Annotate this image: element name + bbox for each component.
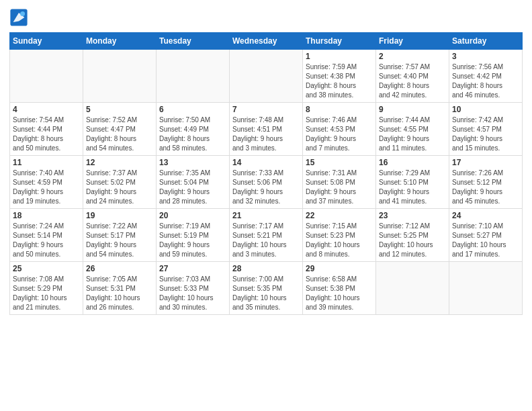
calendar-day-header: Saturday bbox=[449, 33, 523, 50]
day-info: Sunrise: 7:57 AM Sunset: 4:40 PM Dayligh… bbox=[379, 62, 446, 100]
calendar-day-cell: 14Sunrise: 7:33 AM Sunset: 5:06 PM Dayli… bbox=[230, 156, 303, 209]
calendar-day-header: Monday bbox=[83, 33, 157, 50]
day-number: 9 bbox=[379, 105, 446, 114]
day-info: Sunrise: 7:59 AM Sunset: 4:38 PM Dayligh… bbox=[306, 62, 373, 100]
day-number: 14 bbox=[232, 158, 300, 167]
calendar-day-cell: 3Sunrise: 7:56 AM Sunset: 4:42 PM Daylig… bbox=[449, 50, 523, 103]
calendar-day-cell bbox=[376, 262, 449, 315]
calendar-week-row: 11Sunrise: 7:40 AM Sunset: 4:59 PM Dayli… bbox=[10, 156, 523, 209]
day-number: 27 bbox=[159, 264, 226, 273]
calendar-day-cell: 2Sunrise: 7:57 AM Sunset: 4:40 PM Daylig… bbox=[376, 50, 449, 103]
day-number: 22 bbox=[306, 211, 373, 220]
day-number: 18 bbox=[13, 211, 80, 220]
day-number: 6 bbox=[159, 105, 226, 114]
calendar-day-cell: 9Sunrise: 7:44 AM Sunset: 4:55 PM Daylig… bbox=[376, 103, 449, 156]
day-number: 21 bbox=[232, 211, 300, 220]
calendar-day-cell: 8Sunrise: 7:46 AM Sunset: 4:53 PM Daylig… bbox=[303, 103, 376, 156]
calendar-day-cell: 22Sunrise: 7:15 AM Sunset: 5:23 PM Dayli… bbox=[303, 209, 376, 262]
calendar-day-cell bbox=[157, 50, 230, 103]
calendar-day-header: Friday bbox=[376, 33, 449, 50]
day-info: Sunrise: 7:35 AM Sunset: 5:04 PM Dayligh… bbox=[159, 169, 226, 206]
calendar-day-cell: 24Sunrise: 7:10 AM Sunset: 5:27 PM Dayli… bbox=[449, 209, 523, 262]
calendar-day-cell: 4Sunrise: 7:54 AM Sunset: 4:44 PM Daylig… bbox=[10, 103, 83, 156]
calendar-day-cell: 17Sunrise: 7:26 AM Sunset: 5:12 PM Dayli… bbox=[449, 156, 523, 209]
calendar-day-header: Tuesday bbox=[157, 33, 230, 50]
day-number: 17 bbox=[452, 158, 519, 167]
calendar-day-cell: 16Sunrise: 7:29 AM Sunset: 5:10 PM Dayli… bbox=[376, 156, 449, 209]
day-info: Sunrise: 7:24 AM Sunset: 5:14 PM Dayligh… bbox=[13, 222, 80, 259]
day-number: 26 bbox=[86, 264, 153, 273]
day-info: Sunrise: 7:44 AM Sunset: 4:55 PM Dayligh… bbox=[379, 116, 446, 153]
calendar-day-cell: 18Sunrise: 7:24 AM Sunset: 5:14 PM Dayli… bbox=[10, 209, 83, 262]
calendar-day-cell: 25Sunrise: 7:08 AM Sunset: 5:29 PM Dayli… bbox=[10, 262, 83, 315]
calendar-day-cell: 27Sunrise: 7:03 AM Sunset: 5:33 PM Dayli… bbox=[157, 262, 230, 315]
calendar-day-cell bbox=[449, 262, 523, 315]
day-info: Sunrise: 7:08 AM Sunset: 5:29 PM Dayligh… bbox=[13, 275, 80, 312]
calendar-day-cell: 26Sunrise: 7:05 AM Sunset: 5:31 PM Dayli… bbox=[83, 262, 157, 315]
day-info: Sunrise: 7:05 AM Sunset: 5:31 PM Dayligh… bbox=[86, 275, 153, 312]
day-info: Sunrise: 7:56 AM Sunset: 4:42 PM Dayligh… bbox=[452, 62, 519, 100]
day-info: Sunrise: 7:12 AM Sunset: 5:25 PM Dayligh… bbox=[379, 222, 446, 259]
day-info: Sunrise: 7:46 AM Sunset: 4:53 PM Dayligh… bbox=[306, 116, 373, 153]
calendar-day-header: Wednesday bbox=[230, 33, 303, 50]
day-number: 29 bbox=[306, 264, 373, 273]
day-number: 25 bbox=[13, 264, 80, 273]
day-number: 16 bbox=[379, 158, 446, 167]
calendar-day-cell bbox=[230, 50, 303, 103]
day-number: 12 bbox=[86, 158, 153, 167]
calendar-day-cell: 29Sunrise: 6:58 AM Sunset: 5:38 PM Dayli… bbox=[303, 262, 376, 315]
day-number: 24 bbox=[452, 211, 519, 220]
day-info: Sunrise: 6:58 AM Sunset: 5:38 PM Dayligh… bbox=[306, 275, 373, 312]
logo bbox=[9, 8, 31, 27]
calendar-day-cell: 19Sunrise: 7:22 AM Sunset: 5:17 PM Dayli… bbox=[83, 209, 157, 262]
day-info: Sunrise: 7:54 AM Sunset: 4:44 PM Dayligh… bbox=[13, 116, 80, 153]
day-number: 13 bbox=[159, 158, 226, 167]
calendar-day-cell: 15Sunrise: 7:31 AM Sunset: 5:08 PM Dayli… bbox=[303, 156, 376, 209]
day-info: Sunrise: 7:42 AM Sunset: 4:57 PM Dayligh… bbox=[452, 116, 519, 153]
day-info: Sunrise: 7:40 AM Sunset: 4:59 PM Dayligh… bbox=[13, 169, 80, 206]
calendar-day-cell: 7Sunrise: 7:48 AM Sunset: 4:51 PM Daylig… bbox=[230, 103, 303, 156]
day-info: Sunrise: 7:26 AM Sunset: 5:12 PM Dayligh… bbox=[452, 169, 519, 206]
day-info: Sunrise: 7:37 AM Sunset: 5:02 PM Dayligh… bbox=[86, 169, 153, 206]
calendar-day-cell: 11Sunrise: 7:40 AM Sunset: 4:59 PM Dayli… bbox=[10, 156, 83, 209]
day-info: Sunrise: 7:00 AM Sunset: 5:35 PM Dayligh… bbox=[232, 275, 300, 312]
day-info: Sunrise: 7:33 AM Sunset: 5:06 PM Dayligh… bbox=[232, 169, 300, 206]
day-info: Sunrise: 7:52 AM Sunset: 4:47 PM Dayligh… bbox=[86, 116, 153, 153]
day-number: 7 bbox=[232, 105, 300, 114]
calendar-day-cell: 13Sunrise: 7:35 AM Sunset: 5:04 PM Dayli… bbox=[157, 156, 230, 209]
calendar-day-cell: 5Sunrise: 7:52 AM Sunset: 4:47 PM Daylig… bbox=[83, 103, 157, 156]
calendar-day-header: Thursday bbox=[303, 33, 376, 50]
calendar-day-cell: 12Sunrise: 7:37 AM Sunset: 5:02 PM Dayli… bbox=[83, 156, 157, 209]
day-info: Sunrise: 7:17 AM Sunset: 5:21 PM Dayligh… bbox=[232, 222, 300, 259]
day-number: 20 bbox=[159, 211, 226, 220]
calendar-week-row: 1Sunrise: 7:59 AM Sunset: 4:38 PM Daylig… bbox=[10, 50, 523, 103]
day-info: Sunrise: 7:10 AM Sunset: 5:27 PM Dayligh… bbox=[452, 222, 519, 259]
day-number: 15 bbox=[306, 158, 373, 167]
svg-point-2 bbox=[20, 11, 25, 16]
calendar-table: SundayMondayTuesdayWednesdayThursdayFrid… bbox=[9, 32, 523, 315]
page-header bbox=[9, 8, 523, 27]
calendar-day-cell: 21Sunrise: 7:17 AM Sunset: 5:21 PM Dayli… bbox=[230, 209, 303, 262]
day-number: 1 bbox=[306, 52, 373, 61]
day-info: Sunrise: 7:29 AM Sunset: 5:10 PM Dayligh… bbox=[379, 169, 446, 206]
calendar-day-cell: 1Sunrise: 7:59 AM Sunset: 4:38 PM Daylig… bbox=[303, 50, 376, 103]
calendar-header-row: SundayMondayTuesdayWednesdayThursdayFrid… bbox=[10, 33, 523, 50]
day-info: Sunrise: 7:31 AM Sunset: 5:08 PM Dayligh… bbox=[306, 169, 373, 206]
day-number: 19 bbox=[86, 211, 153, 220]
calendar-day-cell: 23Sunrise: 7:12 AM Sunset: 5:25 PM Dayli… bbox=[376, 209, 449, 262]
day-info: Sunrise: 7:03 AM Sunset: 5:33 PM Dayligh… bbox=[159, 275, 226, 312]
day-number: 11 bbox=[13, 158, 80, 167]
day-info: Sunrise: 7:50 AM Sunset: 4:49 PM Dayligh… bbox=[159, 116, 226, 153]
calendar-day-cell: 20Sunrise: 7:19 AM Sunset: 5:19 PM Dayli… bbox=[157, 209, 230, 262]
day-info: Sunrise: 7:48 AM Sunset: 4:51 PM Dayligh… bbox=[232, 116, 300, 153]
calendar-day-cell bbox=[83, 50, 157, 103]
day-info: Sunrise: 7:15 AM Sunset: 5:23 PM Dayligh… bbox=[306, 222, 373, 259]
calendar-day-cell: 28Sunrise: 7:00 AM Sunset: 5:35 PM Dayli… bbox=[230, 262, 303, 315]
calendar-day-cell: 10Sunrise: 7:42 AM Sunset: 4:57 PM Dayli… bbox=[449, 103, 523, 156]
calendar-week-row: 25Sunrise: 7:08 AM Sunset: 5:29 PM Dayli… bbox=[10, 262, 523, 315]
calendar-week-row: 18Sunrise: 7:24 AM Sunset: 5:14 PM Dayli… bbox=[10, 209, 523, 262]
day-info: Sunrise: 7:22 AM Sunset: 5:17 PM Dayligh… bbox=[86, 222, 153, 259]
day-number: 3 bbox=[452, 52, 519, 61]
calendar-week-row: 4Sunrise: 7:54 AM Sunset: 4:44 PM Daylig… bbox=[10, 103, 523, 156]
day-number: 5 bbox=[86, 105, 153, 114]
